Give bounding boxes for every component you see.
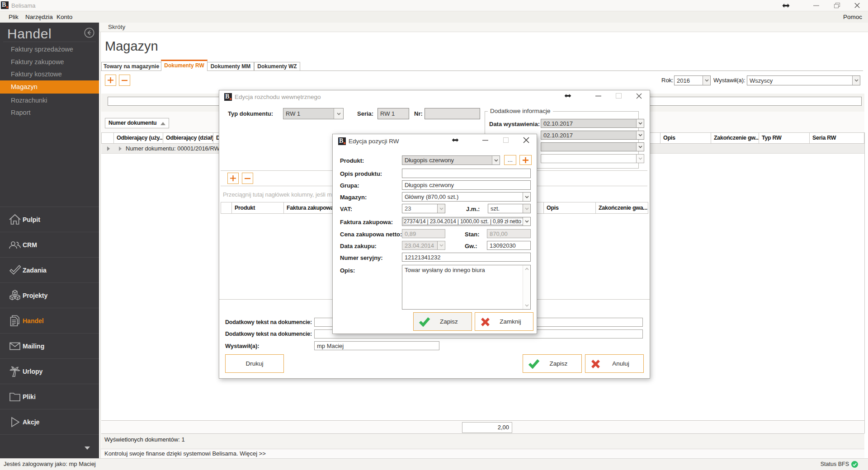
seria-input[interactable] <box>377 108 409 119</box>
sidebar-module-akcje[interactable]: Akcje <box>0 409 99 435</box>
scroll-down-icon[interactable] <box>525 304 529 307</box>
tab-label: Towary na magazynie <box>104 63 159 70</box>
grupa-input[interactable] <box>402 180 531 190</box>
data-zakonczenia-select[interactable]: 02.10.2017 <box>541 131 644 140</box>
numer-seryjny-input[interactable] <box>402 253 531 262</box>
add-document-button[interactable] <box>105 75 116 86</box>
tab-label: Dokumenty RW <box>164 62 204 69</box>
dialog-rw-titlebar[interactable]: B Edycja rozchodu wewnętrznego <box>219 90 650 104</box>
menu-pomoc[interactable]: Pomoc <box>843 11 862 23</box>
sidebar-item-raport[interactable]: Raport <box>0 106 99 119</box>
pos-col-produkt[interactable]: Produkt <box>232 202 284 214</box>
wystawil-select[interactable]: Wszyscy <box>747 75 860 85</box>
close-button[interactable] <box>522 136 531 144</box>
nr-input[interactable] <box>425 108 480 119</box>
magazyn-select[interactable]: Główny (870,00 szt.) <box>402 192 531 202</box>
textarea-scrollbar[interactable] <box>523 265 530 309</box>
zamknij-button[interactable]: Zamknij <box>475 312 533 331</box>
extra-text1-label: Dodatkowy tekst na dokumencie: <box>225 319 312 325</box>
selected-value: 02.10.2017 <box>543 120 573 127</box>
sidebar-section-title: Handel <box>7 26 52 42</box>
dock-arrows-icon[interactable] <box>564 92 572 99</box>
collapse-back-icon[interactable] <box>84 28 94 38</box>
promo-bar: Kontroluj swoje finanse dzięki systemowi… <box>101 449 864 458</box>
produkt-add-button[interactable] <box>519 155 532 165</box>
sidebar-footer[interactable] <box>0 434 99 458</box>
drukuj-button[interactable]: Drukuj <box>225 354 284 373</box>
sidebar-item-faktury-sprzedazowe[interactable]: Faktury sprzedażowe <box>0 43 99 56</box>
menu-narzedzia[interactable]: Narzędzia <box>25 11 53 23</box>
wystawil-input[interactable] <box>314 341 439 350</box>
chevron-down-icon <box>492 156 500 164</box>
rok-select[interactable]: 2016 <box>674 75 711 85</box>
faktura-zakupowa-select[interactable]: 27374/14 | 23.04.2014 | 1000,00 szt. | 0… <box>402 217 531 226</box>
col-typ-rw[interactable]: Typ RW <box>759 132 810 144</box>
chevron-down-icon <box>852 76 860 85</box>
typ-dokumentu-select[interactable]: RW 1 <box>283 108 344 119</box>
minimize-button[interactable] <box>481 136 489 144</box>
zapisz-button[interactable]: Zapisz <box>523 354 582 373</box>
groupby-box-label: Numer dokumentu <box>108 118 156 128</box>
produkt-more-button[interactable]: ... <box>504 155 516 165</box>
minimize-button[interactable] <box>594 92 602 99</box>
scroll-up-icon[interactable] <box>525 268 529 270</box>
row-expander-icon[interactable] <box>107 146 110 151</box>
jm-select[interactable]: szt. <box>488 204 531 213</box>
tab-skroty[interactable]: Skróty <box>108 23 125 32</box>
opis-produktu-input[interactable] <box>402 169 531 178</box>
dodatkowe-select-4[interactable] <box>541 154 644 163</box>
tab-dokumenty-wz[interactable]: Dokumenty WZ <box>254 62 300 71</box>
close-button[interactable] <box>853 1 862 9</box>
menu-plik[interactable]: Plik <box>9 11 19 23</box>
sidebar-item-magazyn[interactable]: Magazyn <box>0 80 99 94</box>
sidebar-module-urlopy[interactable]: Urlopy <box>0 358 99 384</box>
opis-textarea[interactable]: Towar wysłany do innego biura <box>402 265 531 310</box>
sidebar-module-mailing[interactable]: Mailing <box>0 333 99 359</box>
tab-towary-na-magazynie[interactable]: Towary na magazynie <box>101 62 161 71</box>
promo-text[interactable]: Kontroluj swoje finanse dzięki systemowi… <box>104 449 266 458</box>
dodatkowe-select-3[interactable] <box>541 142 644 151</box>
maximize-button[interactable] <box>614 92 623 99</box>
sidebar-item-faktury-zakupowe[interactable]: Faktury zakupowe <box>0 56 99 68</box>
remove-position-button[interactable] <box>242 173 253 184</box>
group-expander-icon[interactable] <box>119 146 122 151</box>
sidebar-module-zadania[interactable]: Zadania <box>0 257 99 283</box>
pos-col-zakonczenie-gwa[interactable]: Zakończenie gwa... <box>596 202 648 214</box>
sidebar-module-handel[interactable]: Handel <box>0 308 99 334</box>
col-odbierajacy-dzial[interactable]: Odbierający (dział) <box>163 132 213 144</box>
column-label: Seria RW <box>812 135 836 141</box>
col-opis[interactable]: Opis <box>660 132 711 144</box>
data-wystawienia-label: Data wystawienia: <box>489 121 540 127</box>
sidebar: Handel Faktury sprzedażowe Faktury zakup… <box>0 23 99 458</box>
remove-document-button[interactable] <box>119 75 130 86</box>
vat-select[interactable]: 23 <box>402 204 445 213</box>
add-position-button[interactable] <box>227 173 239 184</box>
tab-dokumenty-mm[interactable]: Dokumenty MM <box>207 62 254 71</box>
col-seria-rw[interactable]: Seria RW <box>810 132 864 144</box>
dock-arrows-icon[interactable] <box>782 1 790 9</box>
dialog-item-titlebar[interactable]: B Edycja pozycji RW <box>333 134 537 148</box>
close-button[interactable] <box>635 92 643 99</box>
pos-col-opis[interactable]: Opis <box>544 202 596 214</box>
groupby-box[interactable]: Numer dokumentu <box>105 118 169 128</box>
col-zakonczenie-gw[interactable]: Zakończenie gw... <box>711 132 759 144</box>
maximize-button[interactable] <box>502 136 510 144</box>
produkt-select[interactable]: Długopis czerwony <box>402 155 500 165</box>
data-wystawienia-select[interactable]: 02.10.2017 <box>541 119 644 128</box>
dock-arrows-icon[interactable] <box>451 136 459 144</box>
tab-dokumenty-rw[interactable]: Dokumenty RW <box>161 60 208 71</box>
restore-button[interactable] <box>832 1 841 9</box>
anuluj-button[interactable]: Anuluj <box>585 354 644 373</box>
menu-konto[interactable]: Konto <box>57 11 72 23</box>
sidebar-item-rozrachunki[interactable]: Rozrachunki <box>0 94 99 107</box>
chevron-down-icon <box>636 131 644 139</box>
sidebar-item-faktury-kosztowe[interactable]: Faktury kosztowe <box>0 68 99 80</box>
sidebar-module-crm[interactable]: CRM <box>0 232 99 258</box>
col-odbierajacy-uzytkownik[interactable]: Odbierający (uży... <box>114 132 163 144</box>
sidebar-module-projekty[interactable]: Projekty <box>0 282 99 308</box>
sidebar-module-pliki[interactable]: Pliki <box>0 384 99 409</box>
sidebar-module-pulpit[interactable]: Pulpit <box>0 207 99 232</box>
zapisz-button[interactable]: Zapisz <box>413 312 472 331</box>
minimize-button[interactable] <box>811 1 821 9</box>
gw-input[interactable] <box>487 241 531 250</box>
